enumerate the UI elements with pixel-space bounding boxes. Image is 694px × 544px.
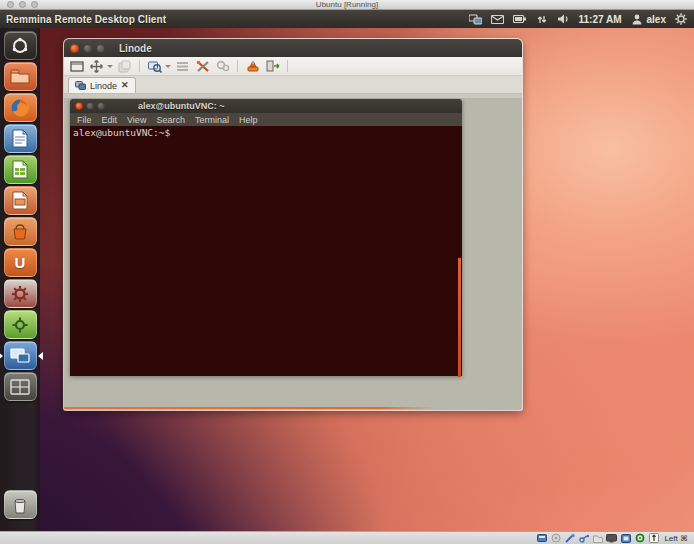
menu-search[interactable]: Search (156, 115, 185, 125)
preferences-button[interactable] (194, 59, 211, 74)
disconnect-button[interactable] (244, 59, 261, 74)
toolbar-separator (287, 60, 288, 72)
hard-disks-icon[interactable] (536, 533, 547, 543)
window-title: Linode (119, 43, 152, 54)
virtualbox-statusbar: Left ⌘ (0, 531, 694, 544)
exit-button[interactable] (264, 59, 281, 74)
remmina-titlebar[interactable]: Linode (64, 39, 522, 57)
tab-label: Linode (90, 81, 117, 91)
zoom-button[interactable] (146, 59, 163, 74)
launcher-item-system-settings[interactable] (4, 279, 37, 308)
menu-view[interactable]: View (127, 115, 146, 125)
optical-drives-icon[interactable] (550, 533, 561, 543)
launcher-item-libreoffice-writer[interactable] (4, 124, 37, 153)
render-artifact-horizontal (64, 407, 435, 409)
terminal-titlebar[interactable]: alex@ubuntuVNC: ~ (70, 99, 462, 113)
terminal-content[interactable]: alex@ubuntuVNC:~$ (70, 126, 462, 376)
shared-folders-icon[interactable] (592, 533, 603, 543)
user-menu[interactable]: alex (630, 12, 666, 26)
launcher-item-ubuntu-software-center[interactable] (4, 217, 37, 246)
running-indicator-arrow (0, 352, 3, 360)
battery-icon[interactable] (513, 12, 527, 26)
shell-prompt: alex@ubuntuVNC:~$ (73, 127, 459, 138)
toolbar-separator (139, 60, 140, 72)
terminal-maximize-button[interactable] (97, 102, 105, 110)
terminal-title: alex@ubuntuVNC: ~ (138, 101, 225, 111)
fit-window-button[interactable] (88, 59, 105, 74)
volume-icon[interactable] (557, 12, 571, 26)
terminal-window: alex@ubuntuVNC: ~ File Edit View Search … (70, 99, 462, 376)
user-icon (630, 12, 644, 26)
session-gear-icon[interactable] (674, 12, 688, 26)
mail-icon[interactable] (491, 12, 505, 26)
render-artifact-vertical (458, 258, 461, 377)
zoom-dropdown[interactable] (165, 65, 171, 68)
remote-desktop-icon (75, 81, 86, 90)
window-maximize-button[interactable] (96, 44, 105, 53)
terminal-close-button[interactable] (75, 102, 83, 110)
terminal-minimize-button[interactable] (86, 102, 94, 110)
scaled-mode-button[interactable] (116, 59, 133, 74)
launcher-item-software-updater[interactable] (4, 310, 37, 339)
terminal-menubar: File Edit View Search Terminal Help (70, 113, 462, 126)
launcher-item-ubuntu-dash[interactable] (4, 31, 37, 60)
desktop: U Linode (0, 28, 694, 531)
window-minimize-button[interactable] (83, 44, 92, 53)
clock[interactable]: 11:27 AM (579, 14, 622, 25)
fit-window-dropdown[interactable] (107, 65, 113, 68)
menu-edit[interactable]: Edit (102, 115, 118, 125)
launcher-item-libreoffice-impress[interactable] (4, 186, 37, 215)
usb-icon[interactable] (578, 533, 589, 543)
launcher-item-trash[interactable] (4, 490, 37, 519)
vnc-viewport[interactable]: alex@ubuntuVNC: ~ File Edit View Search … (64, 98, 522, 410)
network-updown-icon[interactable] (535, 12, 549, 26)
virtualbox-vm-window: Ubuntu [Running] Remmina Remote Desktop … (0, 0, 694, 544)
host-key-indicator: Left ⌘ (664, 534, 688, 543)
display-icon[interactable] (606, 533, 617, 543)
window-close-button[interactable] (70, 44, 79, 53)
menu-help[interactable]: Help (239, 115, 258, 125)
indicator-area: 11:27 AM alex (469, 12, 688, 26)
host-window-title: Ubuntu [Running] (0, 0, 694, 10)
toolbar-separator (237, 60, 238, 72)
video-capture-icon[interactable] (620, 533, 631, 543)
active-app-title[interactable]: Remmina Remote Desktop Client (6, 14, 166, 25)
menu-file[interactable]: File (77, 115, 92, 125)
launcher-item-firefox[interactable] (4, 93, 37, 122)
remmina-toolbar (64, 57, 522, 76)
unity-launcher: U (0, 28, 40, 531)
remmina-tab-bar: Linode ✕ (64, 76, 522, 94)
features-icon[interactable] (634, 533, 645, 543)
tab-linode[interactable]: Linode ✕ (68, 77, 136, 93)
remmina-indicator-icon[interactable] (469, 12, 483, 26)
user-name: alex (647, 14, 666, 25)
tab-close-icon[interactable]: ✕ (121, 81, 129, 90)
launcher-item-home-folder[interactable] (4, 62, 37, 91)
ubuntu-one-glyph: U (15, 255, 26, 270)
mouse-integration-icon[interactable] (648, 533, 659, 543)
tools-button[interactable] (214, 59, 231, 74)
fullscreen-button[interactable] (68, 59, 85, 74)
host-window-titlebar: Ubuntu [Running] (0, 0, 694, 10)
launcher-item-remmina[interactable] (4, 341, 37, 370)
grab-keyboard-button[interactable] (174, 59, 191, 74)
launcher-item-ubuntu-one[interactable]: U (4, 248, 37, 277)
menu-terminal[interactable]: Terminal (195, 115, 229, 125)
remmina-window: Linode (64, 39, 522, 410)
launcher-item-libreoffice-calc[interactable] (4, 155, 37, 184)
launcher-item-workspace-switcher[interactable] (4, 372, 37, 401)
focused-indicator-arrow (38, 352, 43, 360)
ubuntu-top-panel: Remmina Remote Desktop Client 11:27 AM (0, 10, 694, 28)
network-icon[interactable] (564, 533, 575, 543)
